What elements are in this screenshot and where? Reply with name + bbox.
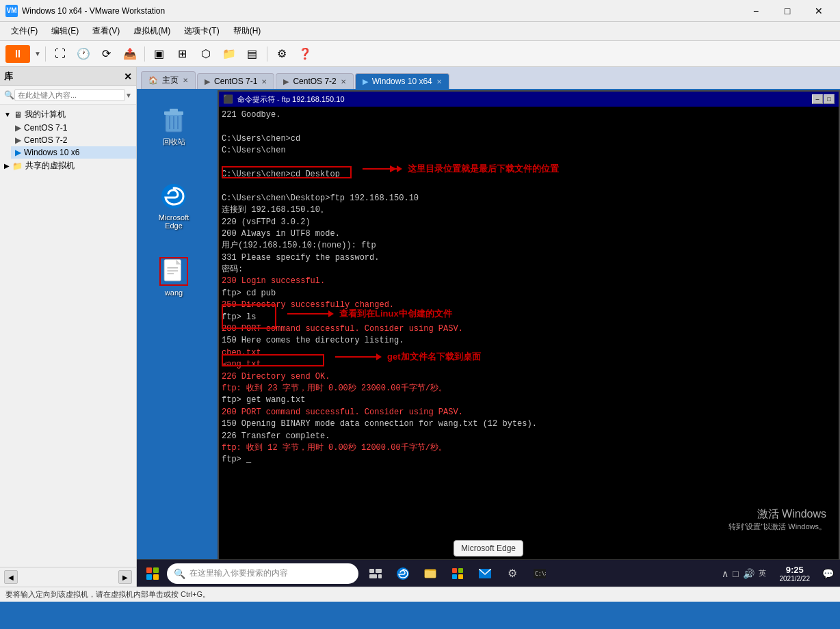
sidebar-item-my-computer[interactable]: ▼ 🖥 我的计算机 [0, 107, 136, 122]
sidebar-nav: ◀ ▶ [0, 567, 136, 587]
action-center-button[interactable]: 💬 [818, 561, 837, 586]
taskbar-time[interactable]: 9:25 2021/2/22 [774, 565, 816, 583]
start-button[interactable] [140, 561, 166, 586]
status-text: 要将输入定向到该虚拟机，请在虚拟机内部单击或按 Ctrl+G。 [5, 589, 210, 600]
console-button[interactable]: ▤ [242, 44, 263, 64]
annotation-text-1: 这里目录位置就是最后下载文件的位置 [408, 163, 559, 175]
get-highlight [222, 354, 324, 366]
tray-language[interactable]: 英 [759, 568, 766, 578]
taskbar-right: ∧ □ 🔊 英 9:25 2021/2/22 💬 [716, 561, 837, 586]
app-icon: VM [5, 5, 18, 17]
edge-desktop-icon[interactable]: Microsoft Edge [149, 179, 198, 232]
sidebar-shared-label: 共享的虚拟机 [25, 160, 75, 172]
annotation-cd-desktop: 这里目录位置就是最后下载文件的位置 [363, 163, 559, 175]
svg-rect-23 [425, 571, 436, 578]
menu-file[interactable]: 文件(F) [5, 24, 43, 38]
window-title: Windows 10 x64 - VMware Workstation [22, 6, 736, 16]
switch-vm-button[interactable]: ⛶ [50, 44, 70, 64]
menu-vm[interactable]: 虚拟机(M) [128, 24, 176, 38]
sidebar-next-button[interactable]: ▶ [118, 570, 132, 584]
desktop[interactable]: 回收站 chen [137, 90, 840, 587]
taskview-button[interactable] [363, 561, 389, 586]
sidebar-search-dropdown[interactable]: ▼ [125, 92, 132, 99]
menu-tabs[interactable]: 选项卡(T) [179, 24, 224, 38]
revert-button[interactable]: ⟳ [96, 44, 117, 64]
tab-win10-close[interactable]: ✕ [436, 78, 442, 85]
window-controls: − □ ✕ [740, 0, 835, 22]
menu-help[interactable]: 帮助(H) [228, 24, 267, 38]
cmd-title: 命令提示符 - ftp 192.168.150.10 [237, 94, 812, 105]
tab-home-close[interactable]: ✕ [183, 77, 188, 84]
toolbar: ⏸ ▼ ⛶ 🕐 ⟳ 📤 ▣ ⊞ ⬡ 📁 ▤ ⚙ ❓ [0, 41, 840, 67]
vm-taskbar[interactable]: 🔍 在这里输入你要搜索的内容 [137, 559, 840, 587]
tab-win10[interactable]: ▶ Windows 10 x64 ✕ [355, 73, 449, 89]
windows-watermark: 激活 Windows 转到"设置"以激活 Windows。 [729, 507, 827, 532]
snapshot-button[interactable]: 🕐 [73, 44, 94, 64]
minimize-button[interactable]: − [740, 0, 772, 22]
tab-centos72[interactable]: ▶ CentOS 7-2 ✕ [276, 73, 353, 89]
tabs-bar: 🏠 主页 ✕ ▶ CentOS 7-1 ✕ ▶ CentOS 7-2 ✕ ▶ W… [137, 67, 840, 90]
menu-view[interactable]: 查看(V) [87, 24, 125, 38]
taskbar-edge-icon[interactable] [390, 561, 416, 586]
cmd-minimize[interactable]: – [812, 94, 823, 104]
taskbar-search-placeholder[interactable]: 在这里输入你要搜索的内容 [189, 567, 288, 579]
cmd-maximize[interactable]: □ [824, 94, 835, 104]
svg-rect-26 [452, 574, 457, 579]
taskbar-store-icon[interactable] [445, 561, 471, 586]
tab-centos71-label: CentOS 7-1 [214, 77, 257, 86]
start-icon [146, 567, 159, 580]
svg-rect-20 [378, 574, 382, 578]
sidebar-centos72-label: CentOS 7-2 [24, 135, 67, 145]
svg-rect-27 [458, 574, 463, 579]
recycle-bin-icon[interactable]: 回收站 [149, 103, 198, 150]
tab-centos72-icon: ▶ [283, 77, 289, 86]
pause-button[interactable]: ⏸ [5, 45, 30, 63]
tray-volume[interactable]: 🔊 [743, 568, 754, 579]
taskbar-explorer-icon[interactable] [417, 561, 443, 586]
sidebar-search-area: 🔍 ▼ [0, 86, 136, 105]
sidebar-prev-button[interactable]: ◀ [4, 570, 18, 584]
files-highlight [222, 304, 276, 329]
recycle-bin-label: 回收站 [163, 137, 185, 147]
settings-button[interactable]: ⚙ [272, 44, 292, 64]
vm-content[interactable]: 回收站 chen [137, 90, 840, 587]
sidebar-close-button[interactable]: ✕ [124, 71, 132, 82]
tab-centos72-close[interactable]: ✕ [341, 78, 346, 85]
sidebar-search-input[interactable] [14, 89, 125, 101]
taskbar-search[interactable]: 🔍 在这里输入你要搜索的内容 [167, 563, 358, 584]
vm-icon: ▶ [15, 135, 21, 145]
shared-folder-button[interactable]: 📁 [219, 44, 239, 64]
taskbar-items: ⚙ C:\> [363, 561, 553, 586]
wang-file-icon[interactable]: wang [149, 254, 198, 299]
unity-button[interactable]: ⊞ [172, 44, 193, 64]
edge-desktop-label: Microsoft Edge [152, 213, 196, 230]
menu-edit[interactable]: 编辑(E) [46, 24, 84, 38]
svg-text:C:\>: C:\> [535, 571, 546, 577]
clock-time: 9:25 [780, 565, 811, 575]
sidebar-item-win10[interactable]: ▶ Windows 10 x6 [11, 146, 136, 159]
tray-up-arrow[interactable]: ∧ [722, 568, 729, 579]
tab-centos71-close[interactable]: ✕ [261, 78, 267, 85]
taskbar-cmd-icon[interactable]: C:\> [527, 561, 553, 586]
guest-iso-button[interactable]: ⬡ [196, 44, 216, 64]
fullscreen-button[interactable]: ▣ [149, 44, 170, 64]
tab-centos71[interactable]: ▶ CentOS 7-1 ✕ [197, 73, 274, 89]
taskbar-mail-icon[interactable] [472, 561, 498, 586]
sidebar-item-shared-vm[interactable]: ▶ 📁 共享的虚拟机 [0, 159, 136, 173]
restore-button[interactable]: □ [772, 0, 803, 22]
tray-notifications[interactable]: □ [733, 568, 738, 579]
annotation-text-3: get加文件名下载到桌面 [387, 351, 481, 363]
folder-icon: 📁 [12, 161, 23, 171]
help-button[interactable]: ❓ [295, 44, 315, 64]
tab-home[interactable]: 🏠 主页 ✕ [141, 71, 196, 89]
sidebar-item-centos72[interactable]: ▶ CentOS 7-2 [11, 134, 136, 146]
svg-rect-24 [452, 568, 457, 573]
search-icon: 🔍 [4, 90, 14, 100]
send-button[interactable]: 📤 [120, 44, 140, 64]
watermark-subtitle: 转到"设置"以激活 Windows。 [729, 522, 827, 532]
cd-desktop-highlight [222, 166, 352, 178]
folder-icon: 🖥 [14, 110, 22, 120]
close-button[interactable]: ✕ [803, 0, 835, 22]
sidebar-item-centos71[interactable]: ▶ CentOS 7-1 [11, 122, 136, 134]
taskbar-settings-icon[interactable]: ⚙ [499, 561, 525, 586]
